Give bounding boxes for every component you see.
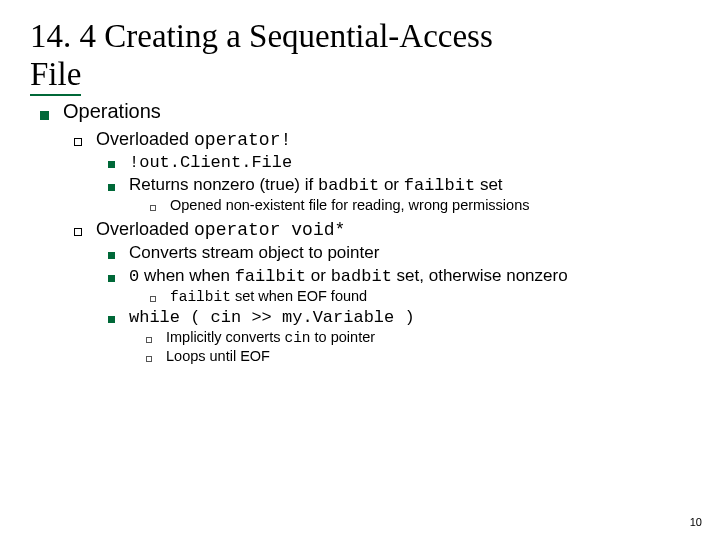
code-outclientfile: !out.Client.File — [129, 153, 292, 172]
text-operations: Operations — [63, 100, 161, 123]
text-overloaded-voidstar: Overloaded operator void* — [96, 219, 345, 240]
bullet-icon — [40, 111, 49, 120]
title-line-2: File — [30, 56, 81, 96]
text-returns-nonzero: Returns nonzero (true) if badbit or fail… — [129, 175, 503, 195]
text-overloaded-bang: Overloaded operator! — [96, 129, 291, 150]
bullet-icon — [108, 161, 115, 168]
bullet-icon — [74, 138, 82, 146]
bullet-icon — [146, 356, 152, 362]
text-loops-until-eof: Loops until EOF — [166, 348, 270, 364]
bullet-icon — [150, 205, 156, 211]
bullet-icon — [108, 316, 115, 323]
bullet-icon — [108, 275, 115, 282]
text-failbit-eof: failbit set when EOF found — [170, 288, 367, 305]
text-zero-when: 0 when when failbit or badbit set, other… — [129, 266, 568, 286]
slide-title: 14. 4 Creating a Sequential-Access File — [30, 18, 690, 96]
bullet-icon — [146, 337, 152, 343]
bullet-icon — [108, 252, 115, 259]
slide-body: Operations Overloaded operator! !out.Cli… — [30, 100, 690, 364]
bullet-icon — [74, 228, 82, 236]
page-number: 10 — [690, 516, 702, 528]
bullet-icon — [108, 184, 115, 191]
bullet-icon — [150, 296, 156, 302]
text-converts-stream: Converts stream object to pointer — [129, 243, 379, 263]
text-opened-nonexistent: Opened non-existent file for reading, wr… — [170, 197, 529, 213]
code-while-cin: while ( cin >> my.Variable ) — [129, 308, 415, 327]
text-implicitly-converts: Implicitly converts cin to pointer — [166, 329, 375, 346]
title-line-1: 14. 4 Creating a Sequential-Access — [30, 18, 690, 56]
